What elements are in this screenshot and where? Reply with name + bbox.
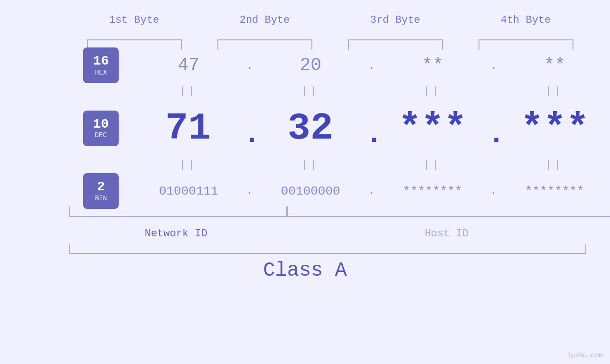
top-bracket-line-4 [479, 39, 573, 50]
eq2-val-2: || [301, 159, 319, 171]
hex-val-1: 47 [178, 55, 199, 75]
bin-badge-num: 2 [97, 180, 105, 195]
dec-byte1: 71 [133, 107, 244, 150]
dec-sep-1: . [243, 118, 255, 150]
hex-byte4: ** [499, 55, 610, 75]
eq1-val-1: || [179, 85, 197, 97]
bin-row: 2 BIN 01000111 . 00100000 . ******** . *… [0, 176, 610, 206]
bin-sep-3: . [488, 185, 499, 197]
hex-badge: 16 HEX [83, 47, 119, 83]
eq1-val-2: || [301, 85, 319, 97]
top-bracket-line-3 [348, 39, 443, 50]
dec-byte4: *** [499, 107, 610, 150]
bin-badge-label: BIN [95, 195, 107, 202]
dec-val-2: 32 [288, 107, 333, 150]
dec-badge-area: 10 DEC [69, 102, 133, 155]
header-row: 1st Byte 2nd Byte 3rd Byte 4th Byte [0, 0, 610, 33]
bin-byte1: 01000111 [133, 184, 244, 198]
top-brk-byte3 [330, 39, 460, 50]
bot-brk-network [69, 206, 287, 217]
dec-sep-3: . [488, 118, 499, 150]
bin-val-2: 00100000 [281, 184, 340, 198]
eq2-val-1: || [179, 159, 197, 171]
eq1-val-4: || [545, 85, 563, 97]
eq2-byte1: || [133, 159, 244, 171]
dec-row: 10 DEC 71 . 32 . *** . *** [0, 102, 610, 154]
top-brk-byte2 [199, 39, 330, 50]
eq1-byte2: || [255, 85, 366, 97]
host-id-label: Host ID [283, 228, 610, 240]
dec-sep-2: . [366, 118, 377, 150]
dec-badge-num: 10 [93, 117, 109, 132]
hex-val-3: ** [422, 55, 443, 75]
hex-byte1: 47 [133, 55, 244, 75]
hex-sep-3: . [488, 58, 499, 73]
top-brk-byte4 [460, 39, 591, 50]
bottom-bracket-row [0, 206, 610, 223]
hex-badge-num: 16 [93, 54, 109, 69]
hex-val-2: 20 [300, 55, 321, 75]
hex-byte2: 20 [255, 55, 366, 75]
bin-byte3: ******** [377, 184, 488, 198]
hex-val-4: ** [544, 55, 565, 75]
bin-val-1: 01000111 [159, 184, 218, 198]
eq1-byte4: || [499, 85, 610, 97]
byte1-header: 1st Byte [69, 14, 199, 26]
class-bracket-line [69, 244, 586, 254]
hex-badge-label: HEX [95, 69, 107, 76]
byte4-header: 4th Byte [460, 14, 591, 26]
byte3-header: 3rd Byte [330, 14, 460, 26]
dec-byte2: 32 [255, 107, 366, 150]
eq2-val-4: || [545, 159, 563, 171]
eq2-byte3: || [377, 159, 488, 171]
bottom-bracket-host [287, 206, 610, 217]
network-id-label: Network ID [69, 228, 283, 240]
eq1-byte3: || [377, 85, 488, 97]
hex-byte3: ** [377, 55, 488, 75]
hex-sep-1: . [244, 58, 255, 73]
eq1-val-3: || [423, 85, 441, 97]
eq2-byte2: || [255, 159, 366, 171]
equals-row-1: || || || || [0, 81, 610, 102]
bin-byte2: 00100000 [255, 184, 366, 198]
dec-val-4: *** [521, 107, 589, 150]
bin-badge: 2 BIN [83, 173, 119, 209]
page-container: 1st Byte 2nd Byte 3rd Byte 4th Byte 16 H… [0, 0, 610, 364]
bin-byte4: ******** [499, 184, 610, 198]
bin-sep-1: . [244, 185, 255, 197]
dec-badge-label: DEC [95, 131, 107, 139]
eq2-byte4: || [499, 159, 610, 171]
id-labels-row: Network ID Host ID [0, 223, 610, 244]
hex-sep-2: . [366, 58, 377, 73]
eq1-byte1: || [133, 85, 244, 97]
dec-val-1: 71 [165, 107, 211, 150]
top-bracket-line-2 [217, 39, 312, 50]
dec-byte3: *** [377, 107, 488, 150]
eq2-val-3: || [423, 159, 441, 171]
bin-val-4: ******** [525, 184, 584, 198]
watermark: ipshu.com [567, 352, 603, 359]
class-label: Class A [263, 259, 347, 282]
hex-row: 16 HEX 47 . 20 . ** . ** [0, 50, 610, 81]
bin-val-3: ******** [403, 184, 462, 198]
bot-brk-host [287, 206, 610, 217]
dec-badge: 10 DEC [83, 111, 119, 146]
bottom-bracket-network [69, 206, 287, 217]
dec-val-3: *** [398, 107, 467, 150]
bin-sep-2: . [366, 185, 377, 197]
class-bracket-row [0, 244, 610, 256]
class-label-row: Class A [0, 256, 610, 285]
byte2-header: 2nd Byte [199, 14, 330, 26]
